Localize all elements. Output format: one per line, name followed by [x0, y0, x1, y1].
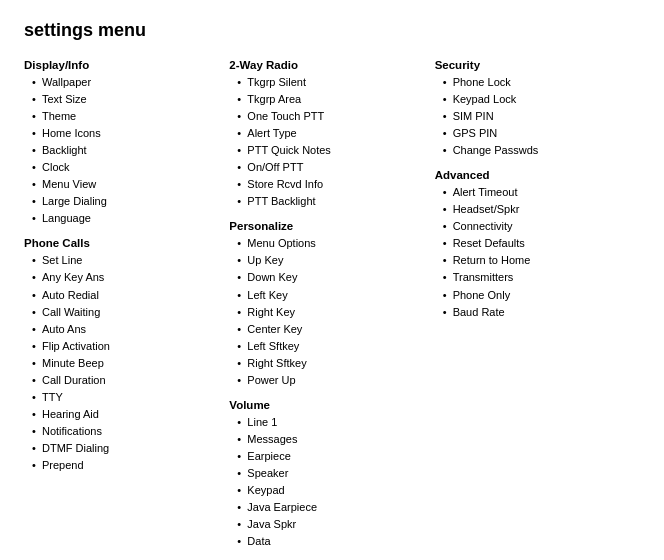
list-item: Java Spkr [237, 516, 424, 533]
list-item: PTT Backlight [237, 193, 424, 210]
list-item: Phone Lock [443, 74, 630, 91]
list-item: Auto Redial [32, 287, 219, 304]
list-item: Text Size [32, 91, 219, 108]
list-item: Language [32, 210, 219, 227]
list-item: Headset/Spkr [443, 201, 630, 218]
list-item: Any Key Ans [32, 269, 219, 286]
list-item: Down Key [237, 269, 424, 286]
list-item: Tkgrp Area [237, 91, 424, 108]
menu-list-1-1: WallpaperText SizeThemeHome IconsBacklig… [32, 74, 219, 227]
list-item: Alert Timeout [443, 184, 630, 201]
list-item: Left Key [237, 287, 424, 304]
page-title: settings menu [24, 20, 640, 41]
section-title-2-2: Personalize [229, 220, 424, 232]
list-item: TTY [32, 389, 219, 406]
list-item: Menu Options [237, 235, 424, 252]
list-item: Power Up [237, 372, 424, 389]
list-item: Theme [32, 108, 219, 125]
section-title-1-1: Display/Info [24, 59, 219, 71]
list-item: Large Dialing [32, 193, 219, 210]
section-title-3-1: Security [435, 59, 630, 71]
list-item: Backlight [32, 142, 219, 159]
list-item: Transmitters [443, 269, 630, 286]
section-title-1-2: Phone Calls [24, 237, 219, 249]
menu-list-1-2: Set LineAny Key AnsAuto RedialCall Waiti… [32, 252, 219, 474]
menu-list-2-3: Line 1MessagesEarpieceSpeakerKeypadJava … [237, 414, 424, 550]
list-item: Speaker [237, 465, 424, 482]
list-item: Java Earpiece [237, 499, 424, 516]
list-item: Auto Ans [32, 321, 219, 338]
list-item: Hearing Aid [32, 406, 219, 423]
list-item: Prepend [32, 457, 219, 474]
list-item: Clock [32, 159, 219, 176]
list-item: Keypad Lock [443, 91, 630, 108]
section-title-2-1: 2-Way Radio [229, 59, 424, 71]
list-item: Flip Activation [32, 338, 219, 355]
section-title-2-3: Volume [229, 399, 424, 411]
list-item: Data [237, 533, 424, 550]
list-item: Connectivity [443, 218, 630, 235]
list-item: Minute Beep [32, 355, 219, 372]
list-item: Return to Home [443, 252, 630, 269]
list-item: PTT Quick Notes [237, 142, 424, 159]
list-item: Call Duration [32, 372, 219, 389]
column-2: 2-Way RadioTkgrp SilentTkgrp AreaOne Tou… [229, 57, 434, 560]
column-3: SecurityPhone LockKeypad LockSIM PINGPS … [435, 57, 640, 331]
list-item: Baud Rate [443, 304, 630, 321]
list-item: DTMF Dialing [32, 440, 219, 457]
list-item: GPS PIN [443, 125, 630, 142]
list-item: Change Passwds [443, 142, 630, 159]
list-item: Call Waiting [32, 304, 219, 321]
list-item: Store Rcvd Info [237, 176, 424, 193]
list-item: Reset Defaults [443, 235, 630, 252]
list-item: Left Sftkey [237, 338, 424, 355]
section-title-3-2: Advanced [435, 169, 630, 181]
list-item: On/Off PTT [237, 159, 424, 176]
list-item: Tkgrp Silent [237, 74, 424, 91]
list-item: Set Line [32, 252, 219, 269]
list-item: Wallpaper [32, 74, 219, 91]
list-item: Home Icons [32, 125, 219, 142]
list-item: One Touch PTT [237, 108, 424, 125]
column-1: Display/InfoWallpaperText SizeThemeHome … [24, 57, 229, 484]
list-item: SIM PIN [443, 108, 630, 125]
list-item: Phone Only [443, 287, 630, 304]
list-item: Messages [237, 431, 424, 448]
list-item: Up Key [237, 252, 424, 269]
list-item: Earpiece [237, 448, 424, 465]
list-item: Center Key [237, 321, 424, 338]
content-area: Display/InfoWallpaperText SizeThemeHome … [24, 57, 640, 560]
list-item: Menu View [32, 176, 219, 193]
list-item: Right Key [237, 304, 424, 321]
list-item: Keypad [237, 482, 424, 499]
list-item: Right Sftkey [237, 355, 424, 372]
list-item: Notifications [32, 423, 219, 440]
menu-list-2-2: Menu OptionsUp KeyDown KeyLeft KeyRight … [237, 235, 424, 388]
menu-list-3-2: Alert TimeoutHeadset/SpkrConnectivityRes… [443, 184, 630, 320]
menu-list-2-1: Tkgrp SilentTkgrp AreaOne Touch PTTAlert… [237, 74, 424, 210]
list-item: Alert Type [237, 125, 424, 142]
list-item: Line 1 [237, 414, 424, 431]
menu-list-3-1: Phone LockKeypad LockSIM PINGPS PINChang… [443, 74, 630, 159]
